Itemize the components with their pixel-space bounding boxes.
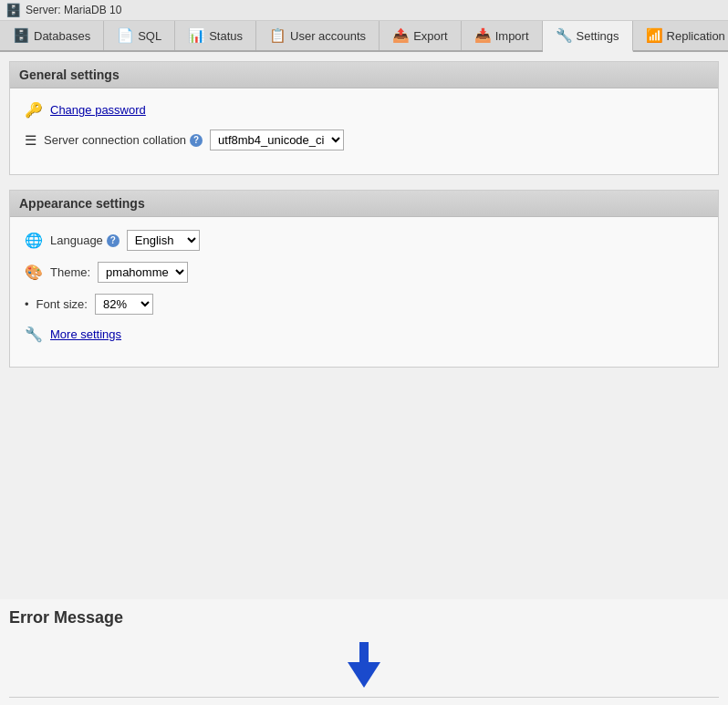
server-icon: 🗄️ [5, 3, 21, 17]
language-icon: 🌐 [25, 232, 43, 249]
collation-select[interactable]: utf8mb4_unicode_ciutf8_general_cilatin1_… [210, 130, 344, 150]
language-help-icon[interactable]: ? [107, 234, 120, 247]
error-arrow [9, 642, 719, 688]
tab-import-label: Import [495, 29, 529, 43]
user-accounts-icon: 📋 [269, 27, 286, 44]
tab-replication[interactable]: 📶 Replication [633, 21, 728, 50]
tab-status[interactable]: 📊 Status [175, 21, 256, 50]
sql-icon: 📄 [117, 27, 134, 44]
theme-label: Theme: [50, 265, 90, 279]
tab-databases-label: Databases [34, 29, 90, 43]
import-icon: 📥 [474, 27, 492, 44]
tab-status-label: Status [209, 29, 243, 43]
nav-tabs: 🗄️ Databases 📄 SQL 📊 Status 📋 User accou… [0, 21, 728, 52]
language-row: 🌐 Language ? EnglishDeutschFrançaisEspañ… [25, 230, 703, 251]
tab-export-label: Export [413, 29, 448, 43]
more-settings-link[interactable]: More settings [50, 327, 121, 341]
databases-icon: 🗄️ [13, 27, 30, 44]
collation-label: Server connection collation ? [44, 133, 203, 147]
tab-settings-label: Settings [577, 29, 619, 43]
tab-user-accounts-label: User accounts [290, 29, 366, 43]
more-settings-row: 🔧 More settings [25, 326, 703, 343]
fontsize-row: • Font size: 82%100%120% [25, 294, 703, 315]
tab-replication-label: Replication [667, 29, 725, 43]
title-bar-text: Server: MariaDB 10 [26, 4, 121, 16]
collation-row: ☰ Server connection collation ? utf8mb4_… [25, 130, 703, 150]
general-settings-title: General settings [10, 62, 718, 88]
appearance-settings-section: Appearance settings 🌐 Language ? English… [9, 190, 719, 368]
theme-row: 🎨 Theme: pmahommeoriginal [25, 262, 703, 283]
language-label: Language ? [50, 233, 120, 247]
general-settings-body: 🔑 Change password ☰ Server connection co… [10, 88, 718, 174]
password-icon: 🔑 [25, 101, 43, 119]
theme-select[interactable]: pmahommeoriginal [98, 262, 188, 283]
tab-databases[interactable]: 🗄️ Databases [0, 21, 104, 50]
main-content: General settings 🔑 Change password ☰ Ser… [0, 52, 728, 599]
settings-icon: 🔧 [556, 27, 573, 44]
tab-export[interactable]: 📤 Export [380, 21, 462, 50]
theme-icon: 🎨 [25, 264, 43, 281]
general-settings-section: General settings 🔑 Change password ☰ Ser… [9, 61, 719, 175]
error-section: Error Message 1 ⚠ The $cfg['TempDir'] (.… [0, 599, 728, 705]
fontsize-select[interactable]: 82%100%120% [95, 294, 153, 315]
status-icon: 📊 [188, 27, 205, 44]
tab-user-accounts[interactable]: 📋 User accounts [256, 21, 380, 50]
appearance-settings-body: 🌐 Language ? EnglishDeutschFrançaisEspañ… [10, 217, 718, 367]
title-bar: 🗄️ Server: MariaDB 10 [0, 0, 728, 21]
replication-icon: 📶 [646, 27, 663, 44]
tab-settings[interactable]: 🔧 Settings [543, 21, 633, 52]
appearance-settings-title: Appearance settings [10, 191, 718, 217]
bullet-icon: • [25, 297, 29, 311]
fontsize-label: Font size: [36, 297, 88, 311]
language-select[interactable]: EnglishDeutschFrançaisEspañol [127, 230, 200, 251]
tab-sql[interactable]: 📄 SQL [104, 21, 175, 50]
error-divider [9, 697, 719, 698]
error-title: Error Message [9, 608, 719, 627]
more-settings-icon: 🔧 [25, 326, 43, 343]
change-password-link[interactable]: Change password [50, 103, 146, 117]
tab-import[interactable]: 📥 Import [462, 21, 543, 50]
export-icon: 📤 [392, 27, 410, 44]
collation-help-icon[interactable]: ? [190, 134, 203, 147]
collation-icon: ☰ [25, 132, 36, 149]
change-password-row: 🔑 Change password [25, 101, 703, 119]
tab-sql-label: SQL [138, 29, 161, 43]
